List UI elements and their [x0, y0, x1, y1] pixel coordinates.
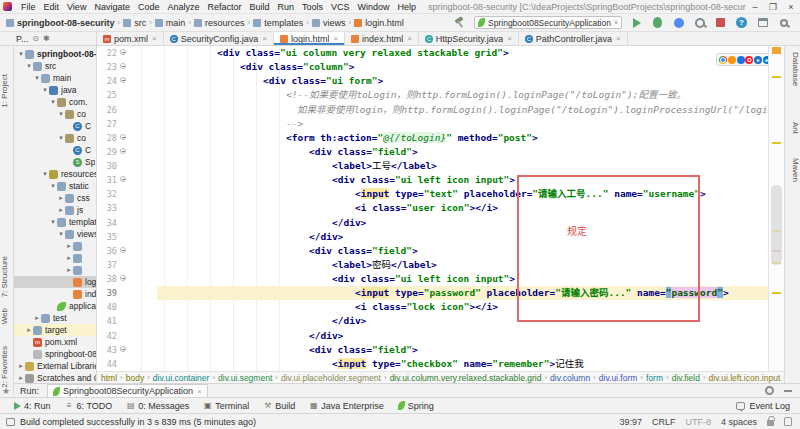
stripe-structure[interactable]: 7: Structure: [0, 256, 14, 297]
menu-view[interactable]: View: [63, 2, 90, 12]
stripe-web[interactable]: Web: [0, 308, 14, 324]
element-breadcrumb[interactable]: div.ui.left.icon.input: [709, 373, 781, 383]
tree-item-css[interactable]: ▸css: [14, 192, 96, 204]
tree-item-C[interactable]: CC: [14, 120, 96, 132]
element-breadcrumb[interactable]: div.ui.container: [153, 373, 210, 383]
menu-tools[interactable]: Tools: [298, 2, 327, 12]
fold-marker[interactable]: [120, 63, 126, 69]
tree-expand-arrow[interactable]: ▸: [33, 312, 41, 324]
element-breadcrumb[interactable]: div.ui.column.very.relaxed.stackable.gri…: [390, 373, 542, 383]
event-log-button[interactable]: Event Log: [736, 401, 800, 411]
toolwindow-build[interactable]: ⚒Build: [263, 401, 295, 411]
tab-index-html[interactable]: index.html×: [345, 32, 419, 45]
tree-expand-arrow[interactable]: ▾: [49, 96, 57, 108]
close-icon[interactable]: ×: [507, 34, 512, 43]
element-breadcrumb[interactable]: div.ui.segment: [218, 373, 272, 383]
tree-item-main[interactable]: ▾main: [14, 72, 96, 84]
coverage-icon[interactable]: [674, 18, 684, 28]
scrollbar-thumb[interactable]: [771, 185, 782, 265]
breadcrumb-item[interactable]: springboot-08-security: [6, 18, 115, 28]
tree-item-co[interactable]: ▾co: [14, 108, 96, 120]
settings-gear-icon[interactable]: ✱: [43, 34, 50, 43]
caret-position[interactable]: 39:97: [619, 417, 642, 427]
tree-item-application.properties[interactable]: application.properties: [14, 300, 96, 312]
editor-gutter[interactable]: 2223242526272829303132333435363738394041…: [97, 46, 119, 371]
tree-item-Sp[interactable]: SSp: [14, 156, 96, 168]
breadcrumb-item[interactable]: src: [123, 18, 146, 28]
menu-edit[interactable]: Edit: [40, 2, 64, 12]
safari-icon[interactable]: [737, 56, 745, 64]
tree-item-pom.xml[interactable]: mpom.xml: [14, 336, 96, 348]
tree-expand-arrow[interactable]: ▸: [65, 264, 73, 276]
status-window-icon[interactable]: [6, 418, 15, 426]
tree-expand-arrow[interactable]: ▸: [65, 240, 73, 252]
toolwindow-run[interactable]: 4: Run: [14, 401, 51, 411]
project-panel-header[interactable]: P... ⊙ ✱: [0, 32, 97, 45]
tab-HttpSecurity-java[interactable]: CHttpSecurity.java×: [419, 32, 519, 45]
tree-expand-arrow[interactable]: ▸: [57, 204, 65, 216]
tree-item-js[interactable]: ▸js: [14, 204, 96, 216]
indent-setting[interactable]: 4 spaces: [721, 417, 757, 427]
code-line-43[interactable]: <div class="field">: [157, 343, 768, 357]
element-breadcrumb[interactable]: html: [101, 373, 117, 383]
build-hammer-icon[interactable]: [453, 16, 466, 29]
element-breadcrumb[interactable]: div.column: [550, 373, 590, 383]
tree-item-test[interactable]: ▸test: [14, 312, 96, 324]
close-icon[interactable]: ×: [407, 34, 412, 43]
tree-item-C[interactable]: CC: [14, 144, 96, 156]
tree-expand-arrow[interactable]: ▸: [17, 372, 25, 383]
fold-marker[interactable]: [120, 275, 126, 281]
element-breadcrumb[interactable]: div.ui.placeholder.segment: [281, 373, 381, 383]
tab-SecurityConfig-java[interactable]: CSecurityConfig.java×: [164, 32, 274, 45]
hide-panel-icon[interactable]: [784, 390, 792, 392]
tree-item-springboot-08-security.iml[interactable]: springboot-08-security.iml: [14, 348, 96, 360]
tree-item-java[interactable]: ▾java: [14, 84, 96, 96]
toolwindow-messages[interactable]: ▤0: Messages: [126, 401, 189, 411]
close-icon[interactable]: ×: [616, 34, 621, 43]
code-line-29[interactable]: <div class="field">: [157, 145, 768, 159]
inspections-icon[interactable]: [784, 417, 792, 426]
run-icon[interactable]: [633, 18, 641, 28]
tree-item-target[interactable]: ▸target: [14, 324, 96, 336]
tree-item-springboot-08-security[interactable]: ▾springboot-08-security: [14, 48, 96, 60]
fold-marker[interactable]: [120, 49, 126, 55]
search-everywhere-icon[interactable]: [780, 19, 788, 27]
toolwindow-layout-icon[interactable]: [758, 18, 768, 27]
close-button[interactable]: ×: [782, 2, 800, 12]
menu-build[interactable]: Build: [245, 2, 273, 12]
locate-icon[interactable]: ⊙: [32, 34, 39, 43]
lock-icon[interactable]: [767, 420, 774, 426]
breadcrumb-item[interactable]: views: [312, 18, 346, 28]
tree-expand-arrow[interactable]: ▾: [49, 180, 57, 192]
menu-run[interactable]: Run: [274, 2, 299, 12]
stripe-favorites[interactable]: 2: Favorites: [0, 346, 14, 388]
toolwindow-javaee[interactable]: ▦Java Enterprise: [309, 401, 384, 411]
fold-marker[interactable]: [120, 77, 126, 83]
tree-item-views[interactable]: ▾views: [14, 228, 96, 240]
code-line-22[interactable]: <div class="ui column very relaxed stack…: [157, 46, 768, 60]
tree-item-com.[interactable]: ▾com.: [14, 96, 96, 108]
tree-expand-arrow[interactable]: ▾: [41, 84, 49, 96]
close-icon[interactable]: ×: [333, 34, 338, 43]
element-breadcrumb[interactable]: body: [126, 373, 144, 383]
close-icon[interactable]: ×: [152, 34, 157, 43]
tree-item-resources[interactable]: ▾resources: [14, 168, 96, 180]
tree-expand-arrow[interactable]: ▾: [57, 132, 65, 144]
tab-pom-xml[interactable]: mpom.xml×: [97, 32, 164, 45]
fold-marker[interactable]: [120, 247, 126, 253]
menu-help[interactable]: Help: [394, 2, 421, 12]
menu-code[interactable]: Code: [134, 2, 164, 12]
opera-icon[interactable]: O: [745, 56, 753, 64]
tree-item-templates[interactable]: ▾templates: [14, 216, 96, 228]
tab-PathController-java[interactable]: CPathController.java×: [519, 32, 628, 45]
tree-item-src[interactable]: ▾src: [14, 60, 96, 72]
tree-expand-arrow[interactable]: ▾: [33, 72, 41, 84]
tree-item-External Libraries[interactable]: ▸External Libraries: [14, 360, 96, 372]
toolwindow-todo[interactable]: ≡6: TODO: [65, 401, 113, 411]
tree-item-folder[interactable]: ▸: [14, 252, 96, 264]
fold-marker[interactable]: [120, 148, 126, 154]
file-encoding[interactable]: UTF-8: [685, 417, 711, 427]
breadcrumb-item[interactable]: resources: [194, 18, 245, 28]
tree-expand-arrow[interactable]: ▾: [49, 216, 57, 228]
help-icon[interactable]: ?: [736, 17, 747, 28]
